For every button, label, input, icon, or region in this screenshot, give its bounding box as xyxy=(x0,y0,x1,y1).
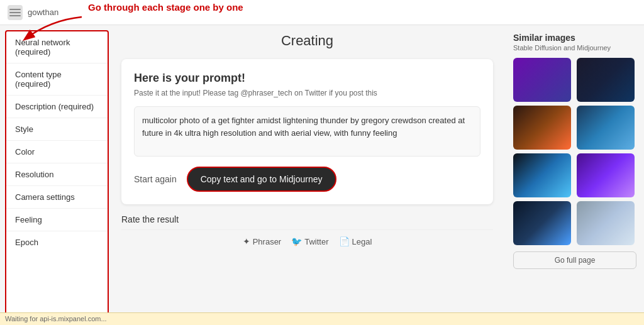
similar-images-title: Similar images xyxy=(513,33,636,43)
topbar: gowthan Go through each stage one by one xyxy=(0,0,644,25)
twitter-icon: 🐦 xyxy=(291,236,302,246)
similar-images-subtitle: Stable Diffusion and Midjourney xyxy=(513,44,636,52)
right-panel: Similar images Stable Diffusion and Midj… xyxy=(506,25,644,325)
sidebar: Neural network (required) Content type (… xyxy=(5,30,109,320)
similar-image-6[interactable] xyxy=(577,153,635,197)
svg-rect-1 xyxy=(9,12,21,13)
sidebar-item-feeling[interactable]: Feeling xyxy=(6,209,108,231)
copy-midjourney-button[interactable]: Copy text and go to Midjourney xyxy=(187,167,336,192)
legal-link[interactable]: 📄 Legal xyxy=(339,236,372,246)
twitter-link[interactable]: 🐦 Twitter xyxy=(291,236,328,246)
sidebar-item-content-type[interactable]: Content type (required) xyxy=(6,63,108,96)
similar-image-2[interactable] xyxy=(577,58,635,102)
phraser-icon: ✦ xyxy=(243,236,250,246)
sidebar-item-epoch[interactable]: Epoch xyxy=(6,231,108,253)
status-bar: Waiting for api-is.mixpanel.com... xyxy=(0,312,644,325)
phraser-link[interactable]: ✦ Phraser xyxy=(243,236,282,246)
annotation-arrow xyxy=(13,14,88,45)
svg-rect-0 xyxy=(9,9,21,10)
prompt-text-box: multicolor photo of a get fighter amidst… xyxy=(134,106,480,157)
similar-image-3[interactable] xyxy=(513,106,571,150)
sidebar-item-color[interactable]: Color xyxy=(6,141,108,163)
go-full-page-button[interactable]: Go full page xyxy=(513,251,636,269)
main-layout: Neural network (required) Content type (… xyxy=(0,25,644,325)
sidebar-item-resolution[interactable]: Resolution xyxy=(6,163,108,186)
prompt-actions: Start again Copy text and go to Midjourn… xyxy=(134,167,480,192)
start-again-button[interactable]: Start again xyxy=(134,172,177,187)
annotation-overlay: Go through each stage one by one xyxy=(88,1,243,14)
page-title: Creating xyxy=(121,33,493,49)
legal-icon: 📄 xyxy=(339,236,350,246)
similar-image-1[interactable] xyxy=(513,58,571,102)
similar-image-8[interactable] xyxy=(577,201,635,245)
center-content: Creating Here is your prompt! Paste it a… xyxy=(109,25,506,325)
sidebar-item-style[interactable]: Style xyxy=(6,118,108,141)
sidebar-item-description[interactable]: Description (required) xyxy=(6,96,108,118)
similar-image-5[interactable] xyxy=(513,153,571,197)
rate-result-label: Rate the result xyxy=(121,214,493,224)
similar-image-7[interactable] xyxy=(513,201,571,245)
image-grid xyxy=(513,58,636,245)
footer: ✦ Phraser 🐦 Twitter 📄 Legal xyxy=(121,229,493,249)
annotation-text: Go through each stage one by one xyxy=(88,1,243,14)
prompt-card: Here is your prompt! Paste it at the inp… xyxy=(121,59,493,204)
sidebar-item-camera-settings[interactable]: Camera settings xyxy=(6,186,108,209)
prompt-card-title: Here is your prompt! xyxy=(134,72,480,85)
prompt-card-subtitle: Paste it at the input! Please tag @phras… xyxy=(134,89,480,97)
similar-image-4[interactable] xyxy=(577,106,635,150)
